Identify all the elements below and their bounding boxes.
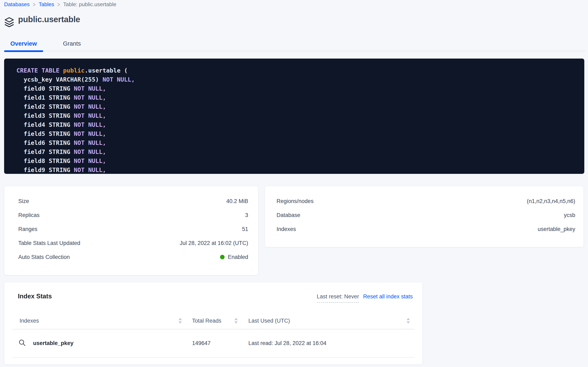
- index-stats-controls: Last reset: Never Reset all index stats: [317, 293, 413, 303]
- tab-bar-divider: [4, 51, 585, 51]
- breadcrumb-link-tables[interactable]: Tables: [39, 1, 54, 8]
- column-header-indexes[interactable]: Indexes: [19, 318, 39, 324]
- database-summary-card: Regions/nodes(n1,n2,n3,n4,n5,n6)Database…: [265, 186, 584, 247]
- summary-value: 3: [245, 212, 248, 218]
- sql-line: field0 STRING NOT NULL,: [17, 84, 584, 93]
- summary-value: (n1,n2,n3,n4,n5,n6): [527, 198, 575, 204]
- sql-line: ycsb_key VARCHAR(255) NOT NULL,: [17, 75, 584, 84]
- summary-value: Enabled: [220, 254, 248, 260]
- table-summary-card: Size40.2 MiBReplicas3Ranges51Table Stats…: [4, 186, 258, 275]
- sql-line: field9 STRING NOT NULL,: [17, 166, 584, 174]
- summary-label: Replicas: [18, 212, 40, 218]
- index-table-header: Indexes Total Reads Last Used (UTC): [13, 313, 414, 329]
- tab-grants[interactable]: Grants: [49, 40, 94, 47]
- index-stats-title: Index Stats: [18, 293, 52, 300]
- summary-label: Database: [277, 212, 300, 218]
- summary-row: Databaseycsb: [277, 208, 575, 222]
- summary-row: Replicas3: [18, 208, 248, 222]
- table-details-page: Databases > Tables > Table: public.usert…: [0, 0, 588, 367]
- sort-icon[interactable]: [406, 318, 410, 324]
- summary-row: Ranges51: [18, 222, 248, 236]
- summary-row: Size40.2 MiB: [18, 194, 248, 208]
- sql-line: field7 STRING NOT NULL,: [17, 147, 584, 156]
- active-tab-indicator: [4, 50, 43, 52]
- column-header-total-reads[interactable]: Total Reads: [192, 318, 222, 324]
- column-header-last-used[interactable]: Last Used (UTC): [248, 318, 290, 324]
- sql-line: field8 STRING NOT NULL,: [17, 156, 584, 166]
- sql-line: field5 STRING NOT NULL,: [17, 129, 584, 138]
- sql-line: field2 STRING NOT NULL,: [17, 102, 584, 111]
- summary-label: Table Stats Last Updated: [18, 240, 80, 246]
- tab-overview[interactable]: Overview: [4, 40, 43, 47]
- summary-label: Auto Stats Collection: [18, 254, 70, 260]
- index-stats-card: Index Stats Last reset: Never Reset all …: [4, 282, 422, 365]
- summary-label: Regions/nodes: [277, 198, 314, 204]
- sql-line: field3 STRING NOT NULL,: [17, 111, 584, 120]
- summary-value: Jul 28, 2022 at 16:02 (UTC): [180, 240, 248, 246]
- summary-row: Indexesusertable_pkey: [277, 222, 575, 236]
- sort-icon[interactable]: [179, 318, 182, 324]
- summary-value: 51: [242, 226, 248, 232]
- sql-line: field1 STRING NOT NULL,: [17, 93, 584, 102]
- breadcrumb: Databases > Tables > Table: public.usert…: [4, 1, 116, 8]
- summary-value: usertable_pkey: [538, 226, 575, 232]
- total-reads-value: 149647: [192, 340, 211, 346]
- chevron-right-icon: >: [33, 1, 35, 8]
- page-title: public.usertable: [18, 15, 80, 24]
- last-used-value: Last read: Jul 28, 2022 at 16:04: [248, 340, 326, 346]
- summary-label: Indexes: [277, 226, 296, 232]
- search-icon: [18, 339, 26, 348]
- summary-row: Regions/nodes(n1,n2,n3,n4,n5,n6): [277, 194, 575, 208]
- status-dot-icon: [220, 255, 224, 259]
- sql-line: field6 STRING NOT NULL,: [17, 138, 584, 147]
- summary-label: Size: [18, 198, 29, 204]
- sql-line: CREATE TABLE public.usertable (: [17, 66, 584, 75]
- sql-line: field4 STRING NOT NULL,: [17, 120, 584, 129]
- breadcrumb-link-databases[interactable]: Databases: [4, 1, 30, 8]
- summary-value: 40.2 MiB: [226, 198, 248, 204]
- summary-row: Table Stats Last UpdatedJul 28, 2022 at …: [18, 236, 248, 250]
- sort-icon[interactable]: [234, 318, 238, 324]
- table-row: usertable_pkey149647Last read: Jul 28, 2…: [13, 329, 414, 358]
- last-reset-label[interactable]: Last reset: Never: [317, 293, 359, 303]
- summary-value: ycsb: [564, 212, 575, 218]
- summary-row: Auto Stats CollectionEnabled: [18, 250, 248, 264]
- summary-label: Ranges: [18, 226, 37, 232]
- reset-all-index-stats-link[interactable]: Reset all index stats: [363, 293, 413, 300]
- stack-icon: [4, 17, 14, 28]
- breadcrumb-current: Table: public.usertable: [63, 1, 116, 8]
- index-name-link[interactable]: usertable_pkey: [33, 340, 74, 346]
- create-table-sql: CREATE TABLE public.usertable ( ycsb_key…: [4, 58, 584, 174]
- chevron-right-icon: >: [57, 1, 60, 8]
